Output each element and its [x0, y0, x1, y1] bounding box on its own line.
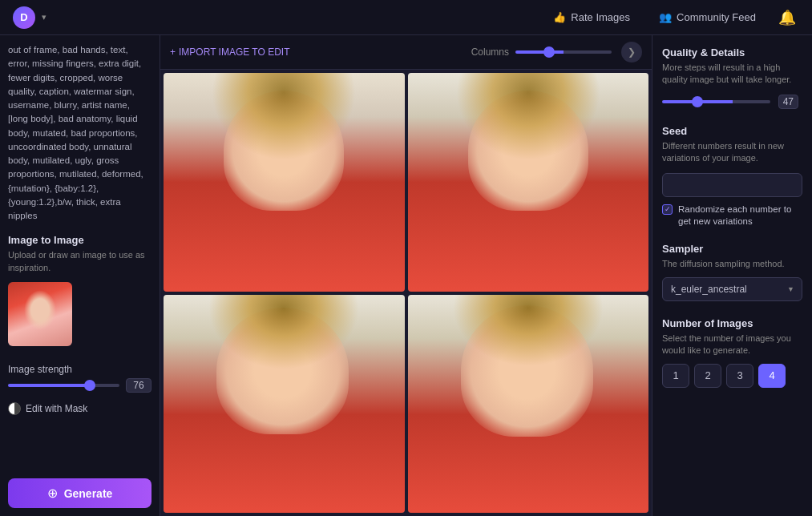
num-images-title: Number of Images: [662, 317, 802, 329]
randomize-label: Randomize each number to get new variati…: [678, 204, 802, 228]
image-strength-value: 76: [126, 378, 151, 393]
quality-desc: More steps will result in a high quality…: [662, 62, 802, 87]
arrow-right-icon: ❯: [628, 46, 636, 58]
edit-with-mask-row[interactable]: Edit with Mask: [8, 402, 151, 415]
seed-input[interactable]: [662, 173, 802, 197]
quality-slider-row: 47: [662, 95, 802, 109]
seed-section: Seed Different numbers result in new var…: [662, 125, 802, 228]
image-to-image-desc: Upload or draw an image to use as inspir…: [8, 249, 151, 274]
num-images-desc: Select the number of images you would li…: [662, 333, 802, 357]
thumbnail-image: [8, 282, 72, 346]
randomize-checkbox[interactable]: [662, 204, 673, 215]
notifications-button[interactable]: 🔔: [775, 6, 799, 30]
strength-row: Image strength: [8, 364, 151, 375]
negative-prompt-text: out of frame, bad hands, text, error, mi…: [8, 43, 151, 223]
quality-slider[interactable]: [662, 100, 770, 103]
num-images-buttons: 1 2 3 4: [662, 364, 802, 388]
rate-images-button[interactable]: 👍 Rate Images: [543, 6, 640, 28]
quality-section: Quality & Details More steps will result…: [662, 46, 802, 109]
image-to-image-title: Image to Image: [8, 234, 151, 246]
left-sidebar: out of frame, bad hands, text, error, mi…: [0, 35, 160, 516]
image-strength-slider[interactable]: [8, 384, 119, 387]
image-to-image-section: Image to Image Upload or draw an image t…: [8, 234, 151, 354]
generated-image-1: [164, 73, 405, 292]
thumbs-up-icon: 👍: [553, 11, 566, 23]
center-content: IMPORT IMAGE TO EDIT Columns ❯: [160, 35, 652, 516]
num-images-4-button[interactable]: 4: [758, 364, 786, 388]
topnav-right: 👍 Rate Images 👥 Community Feed 🔔: [543, 6, 799, 30]
generate-label: Generate: [64, 487, 113, 500]
generated-image-3: [164, 295, 405, 514]
generated-image-2: [408, 73, 649, 292]
num-images-section: Number of Images Select the number of im…: [662, 317, 802, 388]
sampler-section: Sampler The diffusion sampling method. k…: [662, 243, 802, 300]
edit-mask-label: Edit with Mask: [26, 403, 87, 414]
randomize-row: Randomize each number to get new variati…: [662, 204, 802, 228]
community-feed-label: Community Feed: [677, 11, 756, 23]
image-cell-3[interactable]: [164, 295, 405, 514]
image-grid: [160, 70, 652, 516]
strength-slider-container: 76: [8, 378, 151, 393]
center-toolbar: IMPORT IMAGE TO EDIT Columns ❯: [160, 35, 652, 70]
image-strength-label: Image strength: [8, 364, 72, 375]
sampler-select[interactable]: k_euler_ancestral k_euler k_dpm_2 k_dpm_…: [662, 277, 802, 301]
columns-row: Columns: [471, 46, 612, 58]
num-images-3-button[interactable]: 3: [726, 364, 753, 388]
generated-image-4: [408, 295, 649, 514]
image-cell-4[interactable]: [408, 295, 649, 514]
image-cell-1[interactable]: [164, 73, 405, 292]
uploaded-thumbnail[interactable]: [8, 282, 72, 346]
num-images-2-button[interactable]: 2: [694, 364, 721, 388]
quality-title: Quality & Details: [662, 46, 802, 58]
community-icon: 👥: [659, 11, 672, 23]
half-circle-icon: [8, 402, 21, 415]
logo-chevron-icon[interactable]: ▾: [42, 12, 46, 22]
image-cell-2[interactable]: [408, 73, 649, 292]
sampler-title: Sampler: [662, 243, 802, 255]
community-feed-button[interactable]: 👥 Community Feed: [649, 6, 766, 28]
seed-desc: Different numbers result in new variatio…: [662, 140, 802, 165]
sampler-desc: The diffusion sampling method.: [662, 258, 802, 270]
topnav: D ▾ 👍 Rate Images 👥 Community Feed 🔔: [0, 0, 812, 35]
plus-icon: ⊕: [47, 486, 58, 501]
columns-slider[interactable]: [515, 50, 612, 54]
import-image-link[interactable]: IMPORT IMAGE TO EDIT: [170, 46, 289, 58]
quality-value: 47: [778, 95, 798, 109]
right-sidebar: Quality & Details More steps will result…: [652, 35, 812, 516]
columns-label: Columns: [471, 46, 509, 58]
topnav-left: D ▾: [13, 6, 46, 29]
num-images-1-button[interactable]: 1: [662, 364, 689, 388]
seed-title: Seed: [662, 125, 802, 137]
rate-images-label: Rate Images: [571, 11, 630, 23]
main-layout: out of frame, bad hands, text, error, mi…: [0, 35, 812, 516]
generate-button[interactable]: ⊕ Generate: [8, 478, 151, 508]
arrow-right-button[interactable]: ❯: [621, 42, 642, 62]
sampler-wrapper: k_euler_ancestral k_euler k_dpm_2 k_dpm_…: [662, 277, 802, 301]
logo[interactable]: D: [13, 6, 35, 29]
